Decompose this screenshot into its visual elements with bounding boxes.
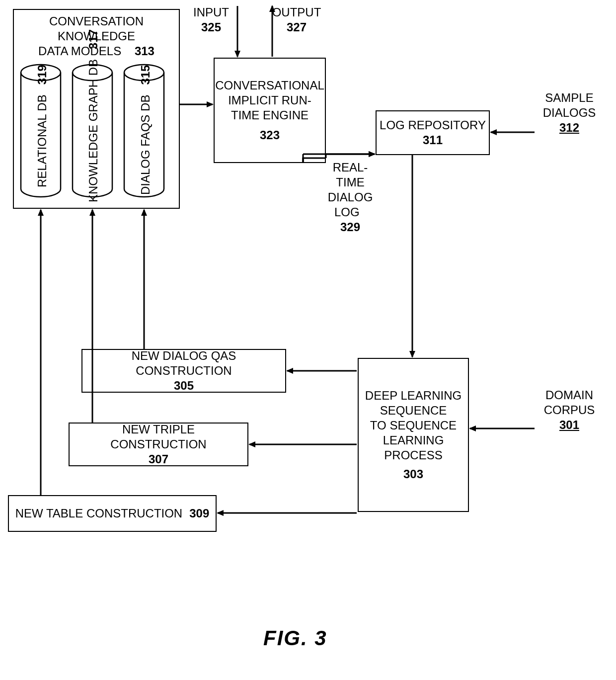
connectors xyxy=(0,0,616,680)
figure-caption: FIG. 3 xyxy=(263,626,327,650)
